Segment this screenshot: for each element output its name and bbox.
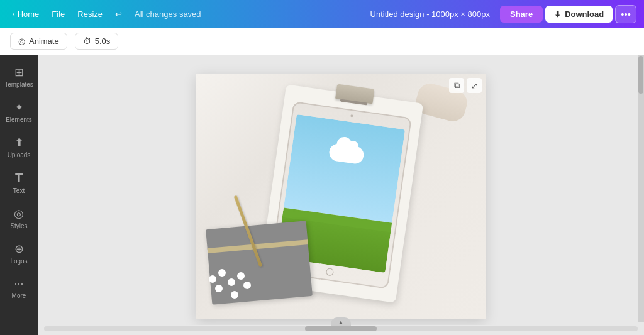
share-button[interactable]: Share [500, 6, 543, 23]
save-status: All changes saved [135, 9, 201, 19]
back-icon: ‹ [13, 10, 15, 18]
flower [231, 291, 238, 299]
canvas-top-icons: ⧉ ⤢ [449, 78, 482, 93]
sidebar-item-elements[interactable]: ✦ Elements [3, 96, 35, 128]
main-layout: ⊞ Templates ✦ Elements ⬆ Uploads T Text … [0, 55, 644, 335]
canvas-vscroll-thumb [638, 56, 643, 94]
undo-icon: ↩ [115, 9, 122, 19]
download-button[interactable]: ⬇ Download [545, 6, 613, 23]
sidebar-item-label: Elements [6, 116, 32, 123]
download-icon: ⬇ [554, 9, 561, 19]
timer-label: 5.0s [95, 36, 111, 46]
flower [228, 278, 235, 286]
sidebar-item-label: Logos [10, 258, 27, 265]
collapse-notes-button[interactable]: ▲ [331, 317, 351, 326]
canvas-wrapper: ⧉ ⤢ [38, 55, 644, 325]
sidebar-item-templates[interactable]: ⊞ Templates [3, 60, 35, 93]
elements-icon: ✦ [14, 101, 24, 114]
expand-icon: ⤢ [471, 81, 478, 91]
tablet-camera [350, 114, 353, 118]
copy-icon: ⧉ [454, 80, 460, 91]
home-button[interactable]: ‹ Home [8, 7, 44, 21]
text-icon: T [15, 171, 23, 185]
copy-canvas-button[interactable]: ⧉ [449, 78, 464, 93]
canvas-container[interactable]: ⧉ ⤢ [196, 74, 486, 319]
resize-label: Resize [77, 9, 103, 19]
animate-icon: ◎ [18, 36, 25, 46]
expand-canvas-button[interactable]: ⤢ [467, 78, 482, 93]
canvas-horizontal-scrollbar[interactable]: ▲ [44, 326, 638, 331]
more-icon: ••• [621, 9, 631, 19]
resize-button[interactable]: Resize [72, 7, 108, 21]
sidebar-item-label: Styles [10, 222, 27, 229]
top-navigation: ‹ Home File Resize ↩ All changes saved U… [0, 0, 644, 28]
home-label: Home [18, 9, 40, 19]
flower [218, 269, 226, 277]
toolbar: ◎ Animate ⏱ 5.0s [0, 28, 644, 55]
canvas-vertical-scrollbar[interactable] [638, 55, 644, 322]
notebook-band [208, 239, 308, 253]
share-label: Share [510, 9, 533, 19]
clipboard-clip [335, 84, 375, 104]
animate-label: Animate [29, 36, 59, 46]
design-title: Untitled design - 1000px × 800px [370, 9, 490, 19]
logos-icon: ⊕ [14, 242, 24, 256]
sidebar-item-label: Templates [4, 81, 33, 88]
canvas-hscroll-thumb [305, 326, 376, 331]
canvas-image [196, 74, 486, 319]
collapse-icon: ▲ [338, 319, 343, 325]
tablet-home-button [326, 268, 335, 277]
undo-button[interactable]: ↩ [110, 7, 127, 21]
sidebar-item-label: Uploads [8, 151, 31, 158]
download-label: Download [565, 9, 604, 19]
file-label: File [52, 9, 65, 19]
sidebar-item-label: Text [13, 187, 25, 194]
uploads-icon: ⬆ [14, 136, 24, 150]
sidebar-item-label: More [12, 292, 26, 299]
animate-button[interactable]: ◎ Animate [10, 33, 67, 50]
sidebar-item-uploads[interactable]: ⬆ Uploads [3, 131, 35, 163]
screen-cloud [328, 143, 365, 165]
styles-icon: ◎ [14, 207, 24, 221]
flower [209, 275, 216, 283]
sidebar-item-styles[interactable]: ◎ Styles [3, 202, 35, 234]
timer-button[interactable]: ⏱ 5.0s [75, 33, 119, 50]
marble-background [196, 74, 486, 319]
more-options-button[interactable]: ••• [615, 5, 636, 23]
sidebar-item-text[interactable]: T Text [3, 166, 35, 199]
flower [237, 272, 245, 280]
sidebar-item-more[interactable]: ··· More [3, 272, 35, 304]
canvas-area: ⧉ ⤢ [38, 55, 644, 335]
flower [243, 282, 251, 289]
templates-icon: ⊞ [14, 65, 24, 79]
sidebar-item-logos[interactable]: ⊕ Logos [3, 237, 35, 270]
more-icon: ··· [14, 277, 23, 290]
flowers [206, 263, 269, 313]
file-button[interactable]: File [47, 7, 70, 21]
sidebar: ⊞ Templates ✦ Elements ⬆ Uploads T Text … [0, 55, 38, 335]
timer-icon: ⏱ [83, 36, 91, 46]
flower [215, 285, 223, 292]
